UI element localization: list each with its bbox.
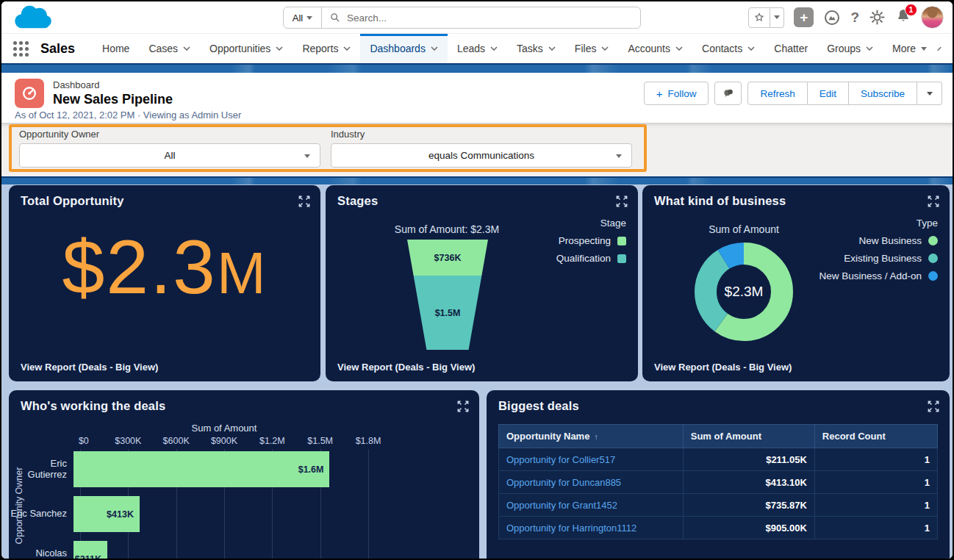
funnel-header: Sum of Amount: $2.3M <box>366 223 528 235</box>
tab-opportunities[interactable]: Opportunities <box>200 34 293 63</box>
widget-total-opportunity: Total Opportunity $2.3M View Report (Dea… <box>9 185 320 381</box>
biggest-deals-table: Opportunity Name↑ Sum of Amount Record C… <box>498 424 938 539</box>
chatter-feed-button[interactable] <box>714 82 742 105</box>
tab-more[interactable]: More <box>883 34 936 63</box>
view-report-link[interactable]: View Report (Deals - Big View) <box>337 362 475 373</box>
edit-button[interactable]: Edit <box>808 82 849 105</box>
widget-title: Who's working the deals <box>21 399 165 413</box>
dashboard-header: Dashboard New Sales Pipeline As of Oct 1… <box>1 73 953 123</box>
tab-files[interactable]: Files <box>565 34 619 63</box>
help-icon[interactable]: ? <box>850 10 859 26</box>
setup-gear-icon[interactable] <box>869 9 886 26</box>
tab-contacts[interactable]: Contacts <box>692 34 764 63</box>
chevron-down-icon <box>490 46 498 51</box>
app-navigation: Sales Home Cases Opportunities Reports D… <box>1 34 953 63</box>
funnel-segment-prospecting[interactable]: $736K <box>407 240 488 276</box>
opportunity-link[interactable]: Opportunity for Duncan885 <box>506 477 621 488</box>
more-actions-button[interactable] <box>917 82 942 105</box>
filter-opportunity-owner: Opportunity Owner All <box>19 129 320 168</box>
industry-select[interactable]: equals Communications <box>331 143 632 168</box>
expand-icon[interactable] <box>926 194 941 209</box>
record-count-cell: 1 <box>814 494 937 517</box>
favorites-star-button[interactable] <box>748 7 770 28</box>
bar-eric-sanchez[interactable]: $413K <box>73 496 140 532</box>
column-header-opportunity-name[interactable]: Opportunity Name↑ <box>499 425 684 448</box>
legend-swatch <box>617 237 626 245</box>
filter-label: Industry <box>331 129 632 140</box>
filter-label: Opportunity Owner <box>19 129 320 140</box>
view-report-link[interactable]: View Report (Deals - Big View) <box>654 362 792 373</box>
opportunity-owner-select[interactable]: All <box>19 143 320 168</box>
bar-row: Eric Sanchez $413K <box>9 496 362 532</box>
table-header-row: Opportunity Name↑ Sum of Amount Record C… <box>499 425 938 448</box>
chevron-down-icon <box>866 46 873 51</box>
tab-dashboards[interactable]: Dashboards <box>360 34 448 63</box>
widget-title: Stages <box>337 194 378 208</box>
tab-reports[interactable]: Reports <box>293 34 360 63</box>
search-input[interactable] <box>347 12 633 24</box>
salesforce-logo-icon[interactable] <box>12 3 54 32</box>
search-scope-dropdown[interactable]: All <box>284 7 322 28</box>
bar-track: $1.6M <box>73 451 362 487</box>
global-header: All + <box>1 1 953 34</box>
legend-title: Type <box>819 218 938 229</box>
app-launcher-icon[interactable] <box>13 41 29 57</box>
subscribe-button[interactable]: Subscribe <box>849 82 917 105</box>
theme-banner <box>1 63 953 73</box>
table-row: Opportunity for Harrington1112 $905.00K … <box>499 517 938 539</box>
dashboard-canvas: Total Opportunity $2.3M View Report (Dea… <box>1 184 953 559</box>
tab-tasks[interactable]: Tasks <box>507 34 565 63</box>
expand-icon[interactable] <box>297 194 312 209</box>
tab-cases[interactable]: Cases <box>139 34 200 63</box>
amount-cell: $413.10K <box>683 471 814 494</box>
caret-down-icon <box>921 47 927 51</box>
favorites-dropdown-button[interactable] <box>770 7 784 28</box>
follow-button[interactable]: + Follow <box>644 82 709 105</box>
expand-icon[interactable] <box>926 399 941 414</box>
opportunity-link[interactable]: Opportunity for Harrington1112 <box>506 523 636 534</box>
tab-chatter[interactable]: Chatter <box>764 34 817 63</box>
notifications-button[interactable]: 1 <box>895 8 911 27</box>
view-report-link[interactable]: View Report (Deals - Big View) <box>21 362 158 373</box>
legend-swatch <box>617 254 626 263</box>
y-axis-title: Opportunity Owner <box>14 441 24 560</box>
widget-what-kind-of-business: What kind of business Sum of Amount $2.3… <box>642 185 950 381</box>
edit-nav-pencil-icon[interactable] <box>936 43 942 55</box>
widget-whos-working-the-deals: Who's working the deals Sum of Amount $0… <box>9 390 479 560</box>
column-header-record-count[interactable]: Record Count <box>814 425 937 448</box>
donut-header: Sum of Amount <box>670 223 817 235</box>
search-input-area <box>322 7 640 28</box>
opportunity-link[interactable]: Opportunity for Grant1452 <box>506 500 617 511</box>
app-window: All + <box>0 0 954 560</box>
refresh-button[interactable]: Refresh <box>747 82 807 105</box>
column-header-sum-of-amount[interactable]: Sum of Amount <box>683 425 814 448</box>
expand-icon[interactable] <box>456 399 470 414</box>
dashboard-title-block: Dashboard New Sales Pipeline <box>15 79 173 108</box>
search-icon <box>329 12 341 24</box>
expand-icon[interactable] <box>614 194 629 209</box>
quick-create-button[interactable]: + <box>794 7 814 27</box>
record-count-cell: 1 <box>814 517 937 539</box>
tab-groups[interactable]: Groups <box>817 34 883 63</box>
amount-cell: $905.00K <box>683 517 814 539</box>
filter-value: equals Communications <box>428 150 534 161</box>
bar-nicolas-weaver[interactable]: $211K <box>73 541 107 560</box>
bar-eric-gutierrez[interactable]: $1.6M <box>73 451 329 487</box>
funnel-segment-qualification[interactable]: $1.5M <box>407 276 488 350</box>
tab-accounts[interactable]: Accounts <box>618 34 692 63</box>
stages-funnel-chart: $736K $1.5M <box>407 240 488 350</box>
star-icon <box>753 12 765 24</box>
sort-ascending-icon: ↑ <box>594 432 598 441</box>
user-avatar[interactable] <box>921 6 944 29</box>
opportunity-link[interactable]: Opportunity for Collier517 <box>506 454 615 465</box>
total-opportunity-metric[interactable]: $2.3M <box>9 218 320 317</box>
chatter-bubbles-icon <box>722 87 735 100</box>
tab-home[interactable]: Home <box>93 34 139 63</box>
guidance-center-icon[interactable] <box>823 9 841 26</box>
dashboard-actions: + Follow Refresh Edit Subscribe <box>644 82 942 105</box>
tab-leads[interactable]: Leads <box>448 34 507 63</box>
x-axis-title: Sum of Amount <box>80 423 368 434</box>
theme-banner <box>1 176 953 184</box>
business-legend: Type New Business Existing Business New … <box>819 218 938 281</box>
dashboard-meta: As of Oct 12, 2021, 2:02 PM · Viewing as… <box>15 110 241 121</box>
